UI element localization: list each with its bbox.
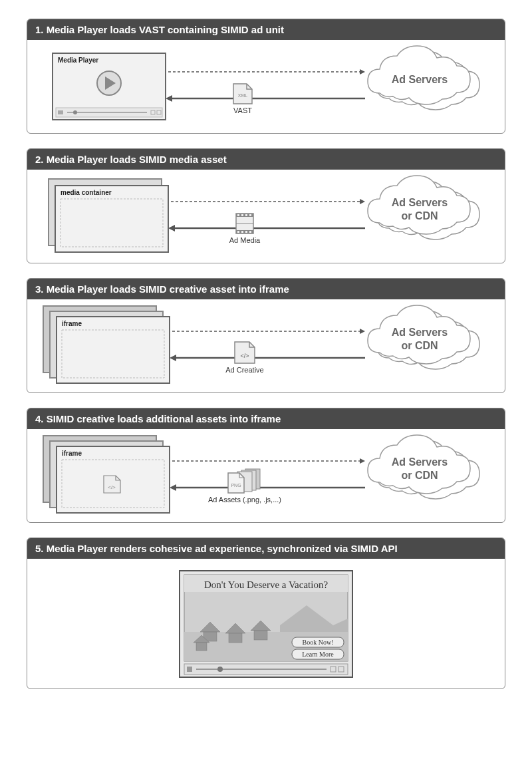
svg-marker-7 — [360, 69, 365, 75]
step-title: Media Player loads SIMID creative asset … — [47, 283, 289, 295]
svg-marker-13 — [168, 225, 175, 231]
diagram-step-5: 5. Media Player renders cohesive ad expe… — [27, 537, 505, 689]
svg-marker-8 — [166, 95, 172, 102]
mid-label: Ad Creative — [225, 366, 263, 374]
step-number: 4. — [35, 413, 44, 424]
svg-rect-22 — [241, 231, 243, 233]
iframe-label: iframe — [62, 320, 82, 327]
diagram-svg: Media Player XML — [27, 40, 505, 133]
mid-label: VAST — [233, 106, 252, 114]
media-container-box: media container — [49, 179, 168, 252]
media-player-box: Media Player — [53, 53, 166, 120]
mid-label: Ad Media — [229, 236, 261, 244]
step-number: 5. — [35, 543, 44, 554]
step-title: Media Player loads SIMID media asset — [47, 154, 227, 165]
svg-rect-19 — [245, 214, 247, 216]
step-body: media container Ad Media Ad — [27, 170, 505, 263]
cloud-label-2: or CDN — [401, 210, 438, 222]
step-body: Don't You Deserve a Vacation? Book Now! … — [27, 559, 505, 688]
diagram-svg: iframe </> PNG Ad Assets (.png, .j — [27, 429, 505, 522]
diagram-svg: Don't You Deserve a Vacation? Book Now! … — [27, 559, 505, 688]
cloud-label-1: Ad Servers — [392, 197, 448, 208]
cloud-label-2: or CDN — [401, 340, 438, 351]
diagram-step-1: 1. Media Player loads VAST containing SI… — [27, 19, 505, 134]
svg-rect-20 — [249, 214, 251, 216]
svg-marker-37 — [360, 458, 365, 464]
svg-rect-17 — [237, 214, 239, 216]
step-title: SIMID creative loads additional assets i… — [47, 413, 281, 424]
step-header: 3. Media Player loads SIMID creative ass… — [27, 279, 505, 299]
container-label: media container — [61, 189, 112, 196]
svg-rect-53 — [196, 643, 207, 651]
step-header: 5. Media Player renders cohesive ad expe… — [27, 538, 505, 559]
step-number: 1. — [35, 24, 44, 35]
diagram-svg: iframe </> Ad Creative Ad Servers or CDN — [27, 299, 505, 392]
ad-book-label: Book Now! — [303, 639, 334, 646]
svg-rect-56 — [187, 667, 192, 672]
svg-rect-24 — [249, 231, 251, 233]
iframe-label: iframe — [62, 450, 82, 457]
media-player-label: Media Player — [58, 57, 98, 64]
final-ad-player: Don't You Deserve a Vacation? Book Now! … — [180, 571, 352, 677]
cloud-icon: Ad Servers or CDN — [368, 305, 479, 369]
cloud-label-2: or CDN — [401, 470, 438, 481]
iframe-box: iframe </> — [43, 436, 170, 513]
svg-marker-38 — [170, 484, 176, 491]
svg-rect-49 — [229, 633, 242, 643]
iframe-box: iframe — [43, 306, 170, 383]
svg-rect-18 — [241, 214, 243, 216]
code-symbol: </> — [240, 353, 249, 359]
svg-rect-21 — [237, 231, 239, 233]
cloud-icon: Ad Servers or CDN — [368, 176, 479, 239]
cloud-label-1: Ad Servers — [392, 327, 448, 338]
svg-rect-2 — [58, 110, 63, 114]
step-body: iframe </> PNG Ad Assets (.png, .j — [27, 429, 505, 522]
step-body: iframe </> Ad Creative Ad Servers or CDN — [27, 299, 505, 392]
step-header: 2. Media Player loads SIMID media asset — [27, 149, 505, 170]
diagram-step-4: 4. SIMID creative loads additional asset… — [27, 408, 505, 523]
cloud-label-1: Ad Servers — [392, 74, 448, 85]
svg-point-4 — [73, 110, 77, 114]
file-type-label: PNG — [231, 483, 241, 488]
step-header: 4. SIMID creative loads additional asset… — [27, 408, 505, 429]
asset-files-icon: PNG — [228, 469, 260, 493]
step-body: Media Player XML — [27, 40, 505, 133]
step-number: 3. — [35, 283, 44, 295]
code-file-icon: </> — [235, 342, 255, 363]
ad-headline: Don't You Deserve a Vacation? — [204, 579, 328, 590]
ad-learn-label: Learn More — [302, 651, 334, 658]
step-header: 1. Media Player loads VAST containing SI… — [27, 19, 505, 40]
svg-marker-31 — [170, 355, 176, 361]
svg-marker-12 — [360, 199, 365, 204]
cloud-label-1: Ad Servers — [392, 456, 448, 468]
xml-file-icon: XML — [233, 84, 252, 104]
svg-rect-51 — [254, 631, 267, 640]
diagram-step-3: 3. Media Player loads SIMID creative ass… — [27, 278, 505, 393]
step-number: 2. — [35, 154, 44, 165]
file-type-label: XML — [238, 93, 248, 98]
cloud-icon: Ad Servers — [368, 46, 479, 110]
svg-point-58 — [217, 667, 223, 672]
svg-marker-30 — [360, 329, 365, 334]
step-title: Media Player loads VAST containing SIMID… — [47, 24, 284, 35]
diagram-step-2: 2. Media Player loads SIMID media asset … — [27, 148, 505, 263]
svg-text:</>: </> — [108, 484, 116, 490]
cloud-icon: Ad Servers or CDN — [368, 435, 479, 499]
svg-rect-23 — [245, 231, 247, 233]
step-title: Media Player renders cohesive ad experie… — [47, 543, 398, 554]
film-strip-icon — [236, 214, 253, 233]
diagram-svg: media container Ad Media Ad — [27, 170, 505, 263]
mid-label: Ad Assets (.png, .js,...) — [208, 496, 281, 504]
